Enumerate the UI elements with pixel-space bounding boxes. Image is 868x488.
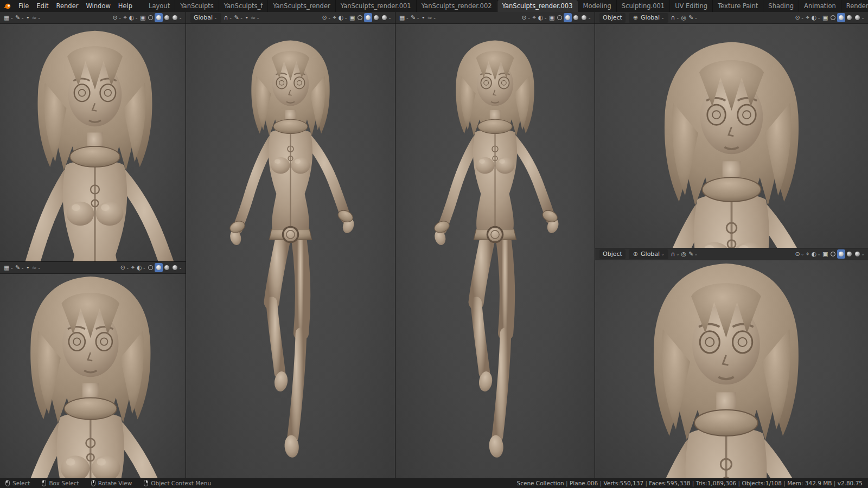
tab-yansculpts-render-001[interactable]: YanSculpts_render.001 — [336, 0, 417, 12]
tab-sculpting-001[interactable]: Sculpting.001 — [617, 0, 670, 12]
xray-icon[interactable]: ▣ — [348, 12, 356, 24]
shading-wireframe-button[interactable] — [829, 13, 837, 22]
workspace-tabs: Layout YanSculpts YanSculpts_f YanSculpt… — [144, 0, 868, 12]
proportional-editing-icon[interactable]: • — [420, 12, 426, 24]
gizmo-icon[interactable]: ⌖ — [805, 248, 810, 260]
tab-yansculpts-f[interactable]: YanSculpts_f — [219, 0, 268, 12]
wireframe-sphere-icon — [831, 252, 835, 256]
menu-file[interactable]: File — [15, 0, 33, 12]
proportional-editing-icon[interactable]: • — [25, 12, 31, 24]
tab-yansculpts-render-003[interactable]: YanSculpts_render.003 — [497, 0, 578, 12]
mouse-middle-icon — [91, 480, 95, 486]
shading-material-button[interactable] — [372, 13, 380, 22]
hint-box-select: Box Select — [42, 480, 79, 486]
tab-yansculpts[interactable]: YanSculpts — [175, 0, 219, 12]
shading-solid-button[interactable] — [155, 263, 163, 272]
proportional-editing-icon[interactable]: ◎ — [680, 248, 688, 260]
shading-wireframe-button[interactable] — [146, 13, 155, 22]
gizmo-icon[interactable]: ⌖ — [331, 12, 337, 24]
shading-material-button[interactable] — [163, 263, 171, 272]
stat-active-object: Plane.006 — [570, 480, 603, 486]
gizmo-icon[interactable]: ⌖ — [122, 12, 127, 24]
viewport-header: ▦⌄ ✎⌄ • ≈⌄ ⊙⌄ ⌖ ◐⌄ ▣ ⌄ — [395, 12, 595, 24]
gizmo-icon[interactable]: ⌖ — [130, 262, 136, 274]
mode-select[interactable]: Object — [599, 13, 626, 23]
shading-material-button[interactable] — [845, 249, 853, 259]
rendered-sphere-icon — [855, 15, 860, 20]
sculpt-model[interactable] — [0, 274, 186, 478]
hint-object-context-menu: Object Context Menu — [144, 480, 211, 486]
material-sphere-icon — [847, 252, 852, 256]
shading-material-button[interactable] — [572, 13, 580, 22]
gizmo-icon[interactable]: ⌖ — [805, 12, 810, 24]
shading-solid-button[interactable] — [155, 13, 163, 22]
status-bar: Select Box Select Rotate View Object Con… — [0, 478, 868, 488]
viewport-bottom-left[interactable]: ▦⌄ ✎⌄ • ≈⌄ ⊙⌄ ⌖ ◐⌄ ⌄ — [0, 262, 186, 478]
menu-edit[interactable]: Edit — [33, 0, 52, 12]
orientation-select[interactable]: Global ⌄ — [190, 13, 221, 23]
tab-shading[interactable]: Shading — [763, 0, 799, 12]
sculpt-model[interactable] — [395, 24, 595, 478]
menu-window[interactable]: Window — [82, 0, 114, 12]
tab-yansculpts-render-002[interactable]: YanSculpts_render.002 — [417, 0, 497, 12]
proportional-editing-icon[interactable]: ◎ — [680, 12, 688, 24]
tab-animation[interactable]: Animation — [799, 0, 841, 12]
menu-help[interactable]: Help — [114, 0, 136, 12]
tab-layout[interactable]: Layout — [144, 0, 175, 12]
stat-objects: Objects:1/108 — [742, 480, 788, 486]
shading-wireframe-button[interactable] — [829, 249, 837, 259]
xray-icon[interactable]: ▣ — [821, 12, 829, 24]
shading-solid-button[interactable] — [564, 13, 572, 22]
proportional-editing-icon[interactable]: • — [25, 262, 31, 274]
gizmo-icon[interactable]: ⌖ — [531, 12, 537, 24]
viewport-canvas[interactable] — [0, 24, 186, 261]
viewport-bottom-right[interactable]: Object ⊕ Global ⌄ ∩⌄ ◎ ✎⌄ ⊙⌄ ⌖ ◐⌄ ▣ ⌄ — [595, 248, 868, 478]
stat-tris: Tris:1,089,306 — [696, 480, 742, 486]
xray-icon[interactable]: ▣ — [139, 12, 146, 24]
orientation-select[interactable]: ⊕ Global ⌄ — [629, 249, 668, 259]
rendered-sphere-icon — [173, 265, 177, 270]
shading-material-button[interactable] — [845, 13, 853, 22]
menu-render[interactable]: Render — [53, 0, 82, 12]
viewport-canvas[interactable] — [595, 260, 868, 478]
tab-uv-editing[interactable]: UV Editing — [670, 0, 713, 12]
viewport-canvas[interactable] — [595, 24, 868, 248]
wireframe-sphere-icon — [358, 15, 362, 20]
shading-material-button[interactable] — [163, 13, 171, 22]
viewport-header: Object ⊕ Global ⌄ ∩⌄ ◎ ✎⌄ ⊙⌄ ⌖ ◐⌄ ▣ ⌄ — [595, 248, 868, 260]
blender-logo-icon[interactable] — [0, 0, 15, 12]
tab-texture-paint[interactable]: Texture Paint — [713, 0, 763, 12]
viewport-top-left[interactable]: ▦⌄ ✎⌄ • ≈⌄ ⊙⌄ ⌖ ◐⌄ ▣ ⌄ — [0, 12, 186, 261]
mouse-left-drag-icon — [42, 480, 46, 486]
sculpt-model[interactable] — [595, 24, 868, 248]
hint-select: Select — [5, 480, 30, 486]
material-sphere-icon — [164, 15, 169, 20]
stat-scene-collection: Scene Collection — [516, 480, 570, 486]
shading-wireframe-button[interactable] — [146, 263, 155, 272]
tab-modeling[interactable]: Modeling — [578, 0, 617, 12]
viewport-center-left[interactable]: Global ⌄ ∩⌄ ✎⌄ • ≈⌄ ⊙⌄ ⌖ ◐⌄ ▣ ⌄ — [186, 12, 395, 478]
rendered-sphere-icon — [173, 15, 177, 20]
tab-yansculpts-render[interactable]: YanSculpts_render — [268, 0, 335, 12]
xray-icon[interactable]: ▣ — [548, 12, 556, 24]
shading-solid-button[interactable] — [837, 249, 845, 259]
viewport-center-right[interactable]: ▦⌄ ✎⌄ • ≈⌄ ⊙⌄ ⌖ ◐⌄ ▣ ⌄ — [395, 12, 595, 478]
viewport-canvas[interactable] — [186, 24, 395, 478]
sculpt-model[interactable] — [186, 24, 395, 478]
sculpt-model[interactable] — [0, 24, 186, 261]
sculpt-model[interactable] — [595, 260, 868, 478]
viewport-canvas[interactable] — [0, 274, 186, 478]
viewport-header: Object ⊕ Global ⌄ ∩⌄ ◎ ✎⌄ ⊙⌄ ⌖ ◐⌄ ▣ ⌄ — [595, 12, 868, 24]
shading-solid-button[interactable] — [837, 13, 845, 22]
viewport-top-right[interactable]: Object ⊕ Global ⌄ ∩⌄ ◎ ✎⌄ ⊙⌄ ⌖ ◐⌄ ▣ ⌄ — [595, 12, 868, 248]
shading-wireframe-button[interactable] — [356, 13, 364, 22]
mode-select[interactable]: Object — [599, 249, 626, 259]
shading-solid-button[interactable] — [364, 13, 372, 22]
viewport-canvas[interactable] — [395, 24, 595, 478]
shading-wireframe-button[interactable] — [556, 13, 564, 22]
tab-rendering[interactable]: Rendering — [841, 0, 868, 12]
xray-icon[interactable]: ▣ — [821, 248, 829, 260]
proportional-editing-icon[interactable]: • — [244, 12, 250, 24]
orientation-select[interactable]: ⊕ Global ⌄ — [629, 13, 668, 23]
rendered-sphere-icon — [382, 15, 387, 20]
